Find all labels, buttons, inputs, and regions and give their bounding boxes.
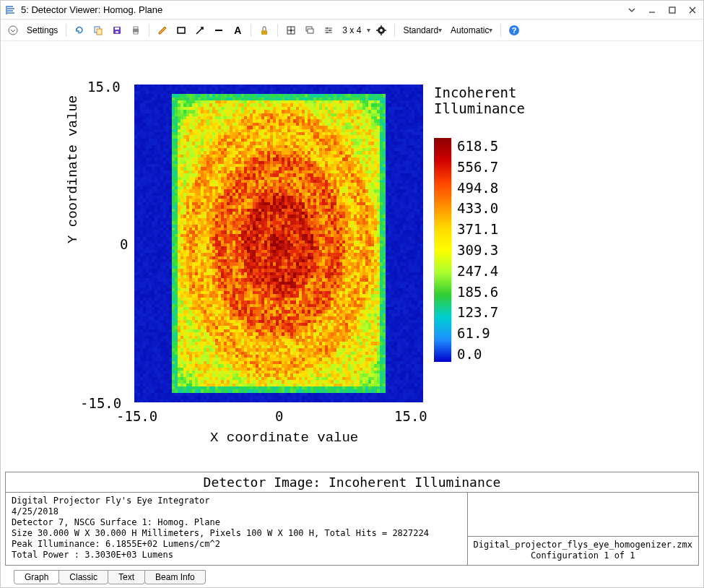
lock-button[interactable] bbox=[256, 22, 272, 38]
fit-button[interactable] bbox=[283, 22, 299, 38]
legend-title-2: Illuminance bbox=[434, 100, 525, 116]
settings-icon[interactable] bbox=[321, 22, 336, 38]
svg-line-12 bbox=[196, 27, 203, 34]
chevron-down-icon: ▾ bbox=[367, 26, 370, 34]
svg-rect-4 bbox=[97, 29, 102, 35]
colorbar-tick: 247.4 bbox=[457, 263, 498, 279]
tab-classic[interactable]: Classic bbox=[58, 570, 108, 584]
maximize-button[interactable] bbox=[666, 4, 679, 17]
arrow-tool[interactable] bbox=[192, 22, 208, 38]
grid-size-label[interactable]: 3 x 4 bbox=[339, 22, 364, 38]
info-panel: Detector Image: Incoherent Illuminance D… bbox=[5, 472, 699, 566]
toolbar: Settings A 3 x 4 ▾ Standard ▾ Automatic … bbox=[1, 20, 703, 41]
text-tool[interactable]: A bbox=[230, 22, 245, 38]
svg-point-23 bbox=[326, 31, 328, 33]
svg-rect-14 bbox=[261, 30, 267, 35]
colorbar-tick: 556.7 bbox=[457, 159, 498, 175]
line-tool[interactable] bbox=[211, 22, 227, 38]
svg-rect-10 bbox=[134, 32, 138, 34]
tab-beam-info[interactable]: Beam Info bbox=[144, 570, 206, 584]
svg-point-18 bbox=[290, 29, 292, 31]
separator bbox=[500, 24, 501, 37]
colorbar-tick: 61.9 bbox=[457, 325, 498, 341]
colorbar-tick: 494.8 bbox=[457, 180, 498, 196]
y-tick: 0 bbox=[120, 236, 128, 252]
window-controls bbox=[625, 4, 699, 17]
y-tick: 15.0 bbox=[87, 79, 121, 95]
heatmap-plot[interactable] bbox=[134, 85, 423, 402]
tab-text[interactable]: Text bbox=[108, 570, 145, 584]
rectangle-tool[interactable] bbox=[173, 22, 189, 38]
colorbar-tick: 309.3 bbox=[457, 242, 498, 258]
expand-settings-button[interactable] bbox=[5, 22, 21, 38]
app-icon bbox=[5, 4, 17, 16]
plot-area: Y coordinate value 15.0 0 -15.0 -15.0 0 … bbox=[1, 41, 703, 472]
colorbar-tick: 0.0 bbox=[457, 346, 498, 362]
detector-viewer-window: 5: Detector Viewer: Homog. Plane Setting… bbox=[0, 0, 704, 588]
dropdown-button[interactable] bbox=[625, 4, 638, 17]
svg-rect-7 bbox=[116, 31, 118, 33]
chevron-down-icon: ▾ bbox=[438, 26, 442, 34]
svg-rect-6 bbox=[115, 27, 119, 30]
separator bbox=[149, 24, 149, 37]
svg-text:?: ? bbox=[512, 26, 517, 35]
copy-button[interactable] bbox=[90, 22, 106, 38]
pencil-tool[interactable] bbox=[155, 22, 170, 38]
colorbar bbox=[434, 138, 451, 362]
colorbar-tick: 618.5 bbox=[457, 138, 498, 154]
chevron-down-icon: ▾ bbox=[489, 26, 492, 34]
standard-dropdown[interactable]: Standard ▾ bbox=[400, 22, 445, 38]
info-text: Digital Projector Fly's Eye Integrator 4… bbox=[6, 493, 468, 565]
separator bbox=[277, 24, 278, 37]
svg-rect-20 bbox=[308, 29, 313, 33]
minimize-button[interactable] bbox=[646, 4, 659, 17]
colorbar-tick: 185.6 bbox=[457, 284, 498, 300]
info-panel-title: Detector Image: Incoherent Illuminance bbox=[6, 472, 698, 493]
colorbar-tick: 371.1 bbox=[457, 221, 498, 237]
tab-graph[interactable]: Graph bbox=[14, 570, 59, 584]
x-tick: -15.0 bbox=[116, 408, 157, 424]
separator bbox=[251, 24, 251, 37]
colorbar-legend: Incoherent Illuminance 618.5556.7494.843… bbox=[434, 85, 525, 362]
legend-title-1: Incoherent bbox=[434, 85, 525, 100]
settings-button[interactable]: Settings bbox=[24, 22, 61, 38]
refresh-button[interactable] bbox=[71, 22, 87, 38]
window-title: 5: Detector Viewer: Homog. Plane bbox=[21, 4, 621, 15]
svg-point-25 bbox=[380, 29, 383, 32]
x-tick: 0 bbox=[275, 408, 283, 424]
target-button[interactable] bbox=[373, 22, 389, 38]
heatmap-canvas bbox=[134, 85, 423, 402]
svg-point-22 bbox=[329, 29, 331, 30]
separator bbox=[66, 24, 66, 37]
colorbar-tick: 433.0 bbox=[457, 200, 498, 216]
colorbar-ticks: 618.5556.7494.8433.0371.1309.3247.4185.6… bbox=[457, 138, 498, 362]
colorbar-tick: 123.7 bbox=[457, 304, 498, 320]
print-button[interactable] bbox=[128, 22, 144, 38]
save-button[interactable] bbox=[109, 22, 125, 38]
help-button[interactable]: ? bbox=[506, 22, 522, 38]
svg-rect-11 bbox=[178, 27, 185, 33]
y-axis-label: Y coordinate value bbox=[65, 95, 81, 243]
stack-button[interactable] bbox=[302, 22, 318, 38]
info-empty bbox=[468, 493, 698, 537]
svg-rect-1 bbox=[669, 7, 675, 13]
title-bar: 5: Detector Viewer: Homog. Plane bbox=[1, 1, 703, 20]
x-axis-label: X coordinate value bbox=[210, 430, 358, 446]
close-button[interactable] bbox=[686, 4, 699, 17]
content: Y coordinate value 15.0 0 -15.0 -15.0 0 … bbox=[1, 41, 703, 587]
bottom-tabs: GraphClassicTextBeam Info bbox=[1, 568, 703, 587]
svg-point-21 bbox=[326, 27, 328, 28]
info-filename: Digital_projector_flys_eye_homogenizer.z… bbox=[468, 537, 698, 565]
separator bbox=[394, 24, 395, 37]
svg-point-2 bbox=[9, 26, 17, 35]
automatic-dropdown[interactable]: Automatic ▾ bbox=[448, 22, 495, 38]
x-tick: 15.0 bbox=[394, 408, 427, 424]
y-tick: -15.0 bbox=[80, 395, 121, 411]
svg-rect-9 bbox=[134, 27, 138, 29]
